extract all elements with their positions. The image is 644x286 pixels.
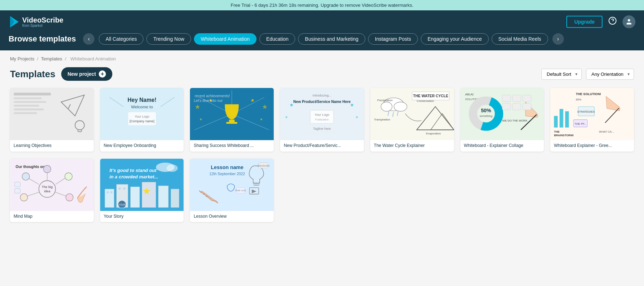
cat-whiteboard-animation[interactable]: Whiteboard Animation xyxy=(194,33,257,45)
templates-title: Templates xyxy=(10,69,55,80)
cat-nav-right[interactable]: › xyxy=(552,33,564,45)
template-name-learning-objectives: Learning Objectives xyxy=(10,140,94,152)
svg-text:Welcome to: Welcome to xyxy=(131,104,153,109)
svg-text:Condensation: Condensation xyxy=(417,99,434,103)
svg-point-99 xyxy=(43,165,51,173)
template-card-whiteboard-explainer-green[interactable]: THE SOLUTION! 65% STRATEGIES THE PF... T… xyxy=(550,88,634,152)
category-bar: Browse templates ‹ All Categories Trendi… xyxy=(0,33,644,50)
svg-text:Hey Name!: Hey Name! xyxy=(127,97,156,103)
new-project-label: New project xyxy=(68,71,96,77)
template-card-new-product[interactable]: Introducing... ★ ★ ★ ★ New Product/Servi… xyxy=(280,88,364,152)
svg-rect-28 xyxy=(229,120,235,122)
svg-text:THE PF...: THE PF... xyxy=(575,122,586,125)
svg-text:Our thoughts on...: Our thoughts on... xyxy=(16,165,48,169)
svg-text:idea: idea xyxy=(44,189,50,193)
header: VideoScribe from Sparkol Upgrade xyxy=(0,10,644,33)
template-card-mind-map[interactable]: Our thoughts on... The big idea xyxy=(10,159,94,222)
cat-engaging-audience[interactable]: Engaging your Audience xyxy=(421,33,489,45)
breadcrumb-current: Whiteboard Animation xyxy=(70,56,116,61)
templates-header: Templates New project + Default Sort New… xyxy=(10,67,634,81)
svg-text:Introducing...: Introducing... xyxy=(313,94,331,97)
logo-name: VideoScribe xyxy=(22,16,63,24)
cat-nav-left[interactable]: ‹ xyxy=(83,33,94,45)
thumb-whiteboard-explainer-green: THE SOLUTION! 65% STRATEGIES THE PF... T… xyxy=(550,88,634,140)
banner-text: Free Trial - 6 days 21h 36m 18s remainin… xyxy=(231,3,414,8)
template-card-new-employee-onboarding[interactable]: Hey Name! Welcome to Your Logo [Company … xyxy=(100,88,184,152)
svg-rect-11 xyxy=(14,112,37,114)
svg-text:WHAT CA...: WHAT CA... xyxy=(599,130,614,133)
svg-text:AN AI: AN AI xyxy=(465,93,473,96)
svg-text:Multi Lens: Multi Lens xyxy=(235,189,246,192)
svg-text:[Company name]: [Company name] xyxy=(130,119,154,123)
filter-area: Default Sort Newest Oldest Any Orientati… xyxy=(541,69,634,80)
svg-rect-80 xyxy=(554,116,558,127)
svg-point-53 xyxy=(381,102,392,111)
svg-text:Your Logo: Your Logo xyxy=(314,113,329,117)
svg-text:Transpiration: Transpiration xyxy=(374,118,390,121)
cat-instagram-posts[interactable]: Instagram Posts xyxy=(368,33,418,45)
svg-rect-115 xyxy=(105,189,114,207)
svg-text:VideoScribe: VideoScribe xyxy=(257,164,270,167)
thumb-sharing-success: ★ ★ ★ ★ ★ ★ Let's dive into our recent a… xyxy=(190,88,274,140)
thumb-water-cycle: THE WATER CYCLE Precipitation xyxy=(370,88,454,140)
svg-rect-118 xyxy=(142,182,156,207)
cat-education[interactable]: Education xyxy=(259,33,295,45)
thumb-mind-map: Our thoughts on... The big idea xyxy=(10,159,94,211)
logo-icon xyxy=(9,15,20,28)
template-card-lesson-overview[interactable]: Lesson name 12th September 2022 xyxy=(190,159,274,222)
svg-rect-76 xyxy=(512,103,521,110)
template-card-learning-objectives[interactable]: Learning Objectives xyxy=(10,88,94,152)
svg-rect-7 xyxy=(14,97,42,99)
template-card-sharing-success[interactable]: ★ ★ ★ ★ ★ ★ Let's dive into our recent a… xyxy=(190,88,274,152)
cat-business-marketing[interactable]: Business and Marketing xyxy=(298,33,365,45)
svg-rect-75 xyxy=(502,103,510,110)
user-avatar[interactable] xyxy=(623,15,635,28)
svg-rect-122 xyxy=(110,191,112,193)
breadcrumb-templates[interactable]: Templates xyxy=(41,56,62,61)
cat-social-media-reels[interactable]: Social Media Reels xyxy=(492,33,548,45)
svg-text:in a crowded market...: in a crowded market... xyxy=(109,174,158,179)
plus-icon: + xyxy=(99,70,106,78)
svg-text:Lesson name: Lesson name xyxy=(211,164,244,170)
template-card-whiteboard-explainer[interactable]: AN AI SOLUTION 50% something xyxy=(460,88,544,152)
breadcrumb-my-projects[interactable]: My Projects xyxy=(10,56,34,61)
svg-point-101 xyxy=(22,173,30,180)
svg-text:Let's dive into our: Let's dive into our xyxy=(194,99,223,103)
template-card-your-story[interactable]: It's good to stand out in a crowded mark… xyxy=(100,159,184,222)
svg-text:New Product/Service Name Here: New Product/Service Name Here xyxy=(293,100,351,104)
svg-text:65%: 65% xyxy=(576,98,582,101)
svg-text:12th September 2022: 12th September 2022 xyxy=(209,172,245,176)
svg-text:something: something xyxy=(479,114,492,118)
svg-text:The big: The big xyxy=(42,185,53,189)
new-project-button[interactable]: New project + xyxy=(61,67,112,81)
template-card-water-cycle[interactable]: THE WATER CYCLE Precipitation xyxy=(370,88,454,152)
thumb-your-story: It's good to stand out in a crowded mark… xyxy=(100,159,184,211)
orientation-select[interactable]: Any Orientation Landscape Portrait Squar… xyxy=(586,69,634,80)
svg-rect-9 xyxy=(14,105,39,107)
help-button[interactable] xyxy=(608,16,617,27)
svg-rect-81 xyxy=(560,109,563,128)
template-name-sharing-success: Sharing Success Whiteboard ... xyxy=(190,140,274,152)
svg-text:WE DO THE WORK: WE DO THE WORK xyxy=(502,119,527,122)
cat-trending-now[interactable]: Trending Now xyxy=(146,33,191,45)
svg-text:★: ★ xyxy=(199,117,203,121)
cat-all-categories[interactable]: All Categories xyxy=(99,33,143,45)
template-name-whiteboard-explainer: Whiteboard - Explainer Collage xyxy=(460,140,544,152)
logo-sub: from Sparkol xyxy=(22,24,63,28)
breadcrumb: My Projects / Templates / Whiteboard Ani… xyxy=(10,56,634,61)
templates-grid-row1: Learning Objectives Hey Name! Welcome to… xyxy=(10,88,634,152)
thumb-whiteboard-explainer: AN AI SOLUTION 50% something xyxy=(460,88,544,140)
svg-text:50%: 50% xyxy=(481,108,491,113)
svg-text:Publication: Publication xyxy=(315,118,329,121)
upgrade-button[interactable]: Upgrade xyxy=(566,16,602,28)
trial-banner: Free Trial - 6 days 21h 36m 18s remainin… xyxy=(0,0,644,10)
svg-text:★: ★ xyxy=(250,98,255,103)
template-name-water-cycle: The Water Cycle Explainer xyxy=(370,140,454,152)
svg-point-105 xyxy=(65,173,72,180)
svg-point-107 xyxy=(66,193,73,201)
thumb-onboarding: Hey Name! Welcome to Your Logo [Company … xyxy=(100,88,184,140)
sort-select[interactable]: Default Sort Newest Oldest xyxy=(541,69,582,80)
svg-text:Your Logo: Your Logo xyxy=(135,115,149,118)
template-name-mind-map: Mind Map xyxy=(10,211,94,222)
templates-title-area: Templates New project + xyxy=(10,67,112,81)
